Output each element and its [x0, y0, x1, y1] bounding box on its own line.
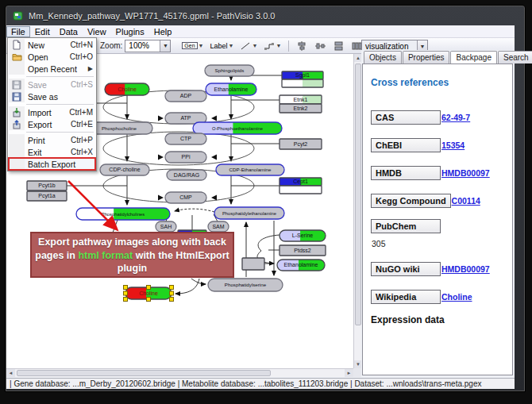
pathway-node-ppi[interactable]: PPi [165, 152, 206, 163]
selection-handle[interactable] [124, 291, 128, 295]
file-menu-item-print[interactable]: PrintCtrl+P [9, 134, 95, 146]
pathway-node-sam[interactable]: SAM [208, 221, 229, 232]
pathway-node-cept1[interactable]: Cept1 [279, 178, 322, 186]
pathway-node-etnk1[interactable]: Etnk1 [279, 95, 322, 104]
backpage-section-link[interactable]: C00114 [452, 196, 480, 206]
horizontal-scrollbar[interactable]: ◄ ► [6, 368, 353, 377]
svg-text:CMP: CMP [179, 194, 192, 200]
tab-properties[interactable]: Properties [403, 51, 450, 63]
file-menu-item-batch-export[interactable]: Batch Export [9, 158, 95, 170]
pathway-node-sah[interactable]: SAH [156, 221, 176, 232]
submenu-arrow-icon: ▶ [88, 65, 93, 72]
backpage-section-header: Kegg Compound [371, 194, 451, 208]
pathway-node-phosphatidylserine[interactable]: Phosphatidylserine [208, 279, 283, 291]
tab-backpage[interactable]: Backpage [450, 51, 496, 64]
pathway-node-dag-rag[interactable]: DAG/RAG [167, 170, 206, 180]
file-menu-item-save-as[interactable]: Save as [9, 90, 95, 102]
pathvisio-window: Mm_Kennedy_pathway_WP1771_45176.gpml - P… [0, 0, 532, 404]
pathway-node-choline[interactable]: Choline [124, 286, 174, 302]
pathway-node-etnk2[interactable]: Etnk2 [279, 104, 322, 113]
pathway-node-unlabeled[interactable] [282, 79, 323, 87]
stack-vertical-button[interactable] [330, 40, 347, 52]
horizontal-scroll-thumb[interactable] [17, 370, 271, 376]
pathway-node-l-serine[interactable]: L-Serine [279, 230, 326, 241]
menu-help[interactable]: Help [149, 26, 177, 37]
zoom-combo[interactable]: 100% ▼ [125, 40, 171, 52]
tab-search[interactable]: Search [498, 51, 532, 63]
menu-item-shortcut: Ctrl+S [71, 80, 93, 89]
label-tool-button[interactable]: Label ▼ [208, 40, 237, 52]
align-vertical-center-button[interactable] [294, 40, 310, 52]
menu-file[interactable]: File [6, 26, 30, 37]
pathway-node-pcyt2[interactable]: Pcyt2 [279, 139, 322, 149]
menu-data[interactable]: Data [55, 26, 83, 37]
menu-plugins[interactable]: Plugins [111, 26, 149, 37]
selection-handle[interactable] [170, 291, 174, 295]
new-document-icon [9, 39, 25, 51]
menu-item-label: Save [25, 80, 71, 90]
gene-product-tool-button[interactable]: Gen ▼ [179, 40, 206, 52]
pathway-node-sphingolipids[interactable]: Sphingolipids [205, 65, 254, 76]
vertical-scroll-thumb[interactable] [355, 63, 361, 325]
file-menu-item-import[interactable]: ImportCtrl+M [9, 106, 95, 118]
pathway-node-cdp-choline[interactable]: CDP-choline [100, 164, 149, 175]
file-menu-item-save[interactable]: SaveCtrl+S [9, 79, 95, 90]
tab-objects[interactable]: Objects [364, 51, 402, 63]
svg-text:CDP-Ethanolamine: CDP-Ethanolamine [229, 167, 272, 172]
pathway-node-ptdss2[interactable]: Ptdss2 [279, 245, 326, 256]
pathway-node-pcyt1a[interactable]: Pcyt1a [27, 191, 67, 201]
scroll-left-icon[interactable]: ◄ [6, 369, 15, 377]
selection-handle[interactable] [170, 286, 174, 290]
backpage-section-link[interactable]: HMDB00097 [441, 168, 490, 178]
backpage-section-link[interactable]: Choline [441, 292, 472, 302]
selection-handle[interactable] [147, 298, 151, 302]
file-menu-item-exit[interactable]: ExitCtrl+X [9, 146, 95, 158]
pathway-node-sgpl1[interactable]: Sgpl1 [282, 71, 323, 79]
file-menu-item-open[interactable]: OpenCtrl+O [9, 51, 95, 63]
line-tool-button[interactable]: ▼ [237, 40, 260, 52]
menu-item-shortcut: Ctrl+M [69, 108, 93, 117]
selection-handle[interactable] [170, 298, 174, 302]
pathway-node-choline[interactable]: Choline [105, 83, 149, 95]
menu-bar: FileEditDataViewPluginsHelp [6, 25, 515, 38]
file-menu-item-export[interactable]: ExportCtrl+E [9, 118, 95, 130]
pathway-node-phosphatidylethanolamine[interactable]: Phosphatidylethanolamine [214, 207, 284, 219]
selection-handle[interactable] [124, 286, 128, 290]
align-horizontal-center-button[interactable] [312, 40, 329, 52]
backpage-section-nugo-wiki: NuGO wikiHMDB00097 [371, 259, 504, 276]
backpage-section-link[interactable]: HMDB00097 [441, 264, 490, 274]
pathway-node-phosphatidylcholines[interactable]: Phosphatidylcholines [76, 208, 170, 220]
scroll-right-icon[interactable]: ► [345, 369, 353, 377]
pathway-node-adp[interactable]: ADP [165, 90, 206, 102]
menu-edit[interactable]: Edit [30, 26, 55, 37]
menu-separator [26, 104, 94, 105]
backpage-panel: Cross references CAS62-49-7ChEBI15354HMD… [362, 63, 513, 375]
pathway-node-cmp[interactable]: CMP [165, 192, 206, 203]
pathway-node-unlabeled[interactable] [279, 186, 322, 194]
pathway-node-ethanolamine[interactable]: Ethanolamine [277, 260, 325, 271]
title-bar[interactable]: Mm_Kennedy_pathway_WP1771_45176.gpml - P… [6, 7, 522, 25]
file-menu-item-new[interactable]: NewCtrl+N [9, 39, 95, 51]
pathway-node-o-phosphoethanolamine[interactable]: O-Phosphoethanolamine [193, 122, 282, 134]
pathway-node-ctp[interactable]: CTP [165, 133, 206, 144]
menu-item-shortcut: Ctrl+X [71, 148, 93, 156]
menu-view[interactable]: View [83, 26, 111, 37]
pathway-node-pcyt1b[interactable]: Pcyt1b [27, 181, 67, 190]
backpage-section-link[interactable]: 62-49-7 [441, 113, 470, 122]
selection-handle[interactable] [147, 286, 151, 290]
backpage-section-link[interactable]: 15354 [441, 140, 465, 150]
zoom-dropdown-icon[interactable]: ▼ [160, 40, 170, 52]
pathway-node-unlabeled[interactable] [242, 258, 264, 270]
app-icon [13, 10, 24, 21]
status-bar: | Gene database: ...m_Derby_20120602.bri… [6, 378, 515, 389]
cross-references-heading: Cross references [371, 77, 504, 88]
pathway-node-cdp-ethanolamine[interactable]: CDP-Ethanolamine [216, 164, 284, 175]
connector-tool-button[interactable]: ▼ [261, 40, 283, 52]
file-menu-item-open-recent[interactable]: Open Recent▶ [9, 63, 95, 75]
svg-text:SAH: SAH [160, 224, 172, 229]
vertical-scrollbar[interactable]: ▲ ▼ [353, 54, 361, 368]
selection-handle[interactable] [124, 298, 128, 302]
pathway-node-ethanolamine[interactable]: Ethanolamine [206, 83, 256, 95]
svg-text:Sgpl1: Sgpl1 [295, 72, 310, 79]
menu-item-shortcut: Ctrl+E [71, 120, 93, 129]
